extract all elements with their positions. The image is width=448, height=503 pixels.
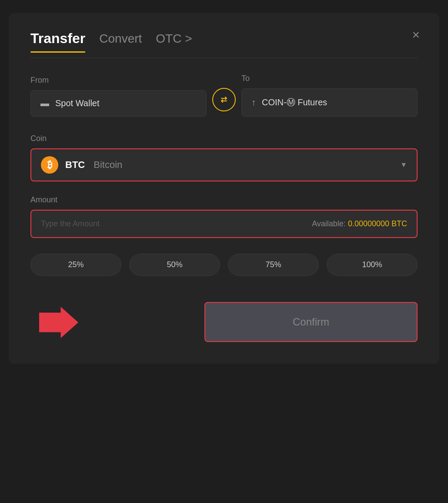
from-label: From <box>30 76 207 85</box>
available-text: Available: 0.00000000 BTC <box>312 219 407 228</box>
available-currency: BTC <box>391 219 407 228</box>
tab-convert[interactable]: Convert <box>99 32 142 50</box>
coin-label: Coin <box>30 134 418 143</box>
bottom-section: Confirm <box>30 302 418 342</box>
wallet-card-icon: ▬ <box>40 98 49 108</box>
pct-75-button[interactable]: 75% <box>228 254 319 276</box>
from-group: From ▬ Spot Wallet <box>30 76 207 117</box>
swap-icon <box>218 94 230 105</box>
pct-50-button[interactable]: 50% <box>129 254 220 276</box>
confirm-button[interactable]: Confirm <box>204 302 418 342</box>
coin-symbol: BTC <box>65 159 85 171</box>
close-button[interactable]: × <box>412 28 420 41</box>
amount-placeholder[interactable]: Type the Amount <box>41 219 100 228</box>
coin-name: Bitcoin <box>94 159 122 171</box>
header-divider <box>30 58 418 58</box>
arrow-indicator <box>39 303 78 342</box>
percent-buttons: 25% 50% 75% 100% <box>30 254 418 276</box>
available-label: Available: <box>312 219 346 228</box>
pct-25-button[interactable]: 25% <box>30 254 121 276</box>
to-label: To <box>241 74 418 83</box>
amount-input-wrapper: Type the Amount Available: 0.00000000 BT… <box>30 210 418 238</box>
from-wallet-button[interactable]: ▬ Spot Wallet <box>30 90 207 117</box>
available-amount: 0.00000000 <box>348 219 389 228</box>
swap-btn-container <box>207 88 241 117</box>
transfer-modal: Transfer Convert OTC > × From ▬ Spot Wal… <box>9 13 439 364</box>
futures-icon: ↑ <box>251 97 256 107</box>
coin-section: Coin ₿ BTC Bitcoin ▼ <box>30 134 418 181</box>
from-wallet-label: Spot Wallet <box>55 98 100 108</box>
swap-button[interactable] <box>212 88 236 111</box>
tab-transfer[interactable]: Transfer <box>30 30 85 51</box>
btc-icon: ₿ <box>41 156 58 174</box>
modal-header: Transfer Convert OTC > <box>30 30 418 51</box>
tab-otc[interactable]: OTC > <box>156 32 192 50</box>
amount-label: Amount <box>30 195 418 205</box>
to-group: To ↑ COIN-Ⓜ Futures <box>241 74 418 117</box>
coin-selector-button[interactable]: ₿ BTC Bitcoin ▼ <box>30 148 418 181</box>
arrow-icon <box>39 303 78 342</box>
to-wallet-button[interactable]: ↑ COIN-Ⓜ Futures <box>241 88 418 117</box>
svg-marker-0 <box>39 307 78 338</box>
chevron-down-icon: ▼ <box>400 161 407 169</box>
amount-section: Amount Type the Amount Available: 0.0000… <box>30 195 418 238</box>
to-wallet-label: COIN-Ⓜ Futures <box>262 97 327 108</box>
from-to-section: From ▬ Spot Wallet To ↑ COIN-Ⓜ Futures <box>30 74 418 117</box>
pct-100-button[interactable]: 100% <box>327 254 418 276</box>
